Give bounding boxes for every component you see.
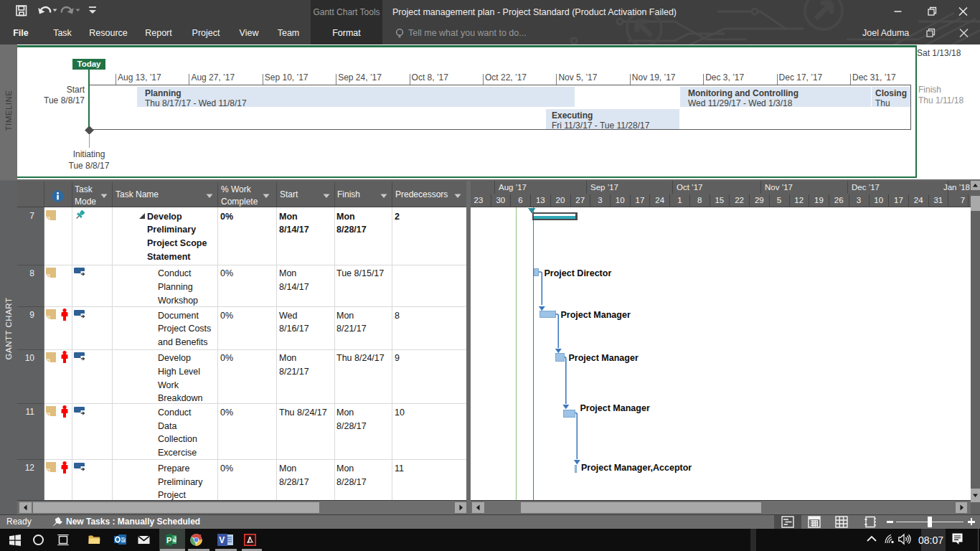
svg-text:P: P (166, 536, 171, 545)
svg-text:V: V (219, 535, 225, 545)
